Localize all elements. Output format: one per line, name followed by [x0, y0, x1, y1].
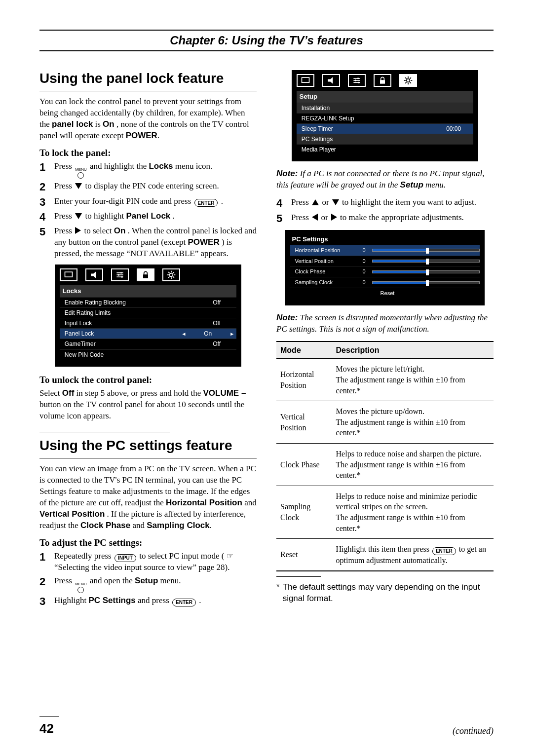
text: Press: [291, 197, 311, 207]
svg-point-9: [169, 273, 173, 277]
osd-row-value: 0: [359, 258, 369, 265]
step-body: Press or to make the appropriate adjustm…: [291, 212, 494, 224]
text: in step 5 above, or press and hold the: [76, 388, 203, 398]
bold: POWER: [188, 237, 220, 247]
svg-marker-19: [328, 77, 333, 83]
page-number-rule: [39, 716, 59, 717]
heading-rule: [39, 91, 257, 91]
pointing-hand-icon: ☞: [227, 552, 233, 560]
subheading-unlock: To unlock the control panel:: [39, 374, 257, 386]
osd-row-label: Installation: [302, 104, 434, 112]
step-number: 4: [276, 197, 287, 210]
text: menu.: [160, 576, 181, 585]
subheading-adjust: To adjust the PC settings:: [39, 536, 257, 549]
text: and: [132, 521, 147, 530]
osd-row-label: REGZA-LINK Setup: [302, 114, 434, 122]
text: Press: [54, 576, 74, 585]
osd-row-label: Media Player: [302, 146, 434, 153]
osd-row-label: Horizontal Position: [295, 247, 359, 254]
text: and highlight the: [90, 161, 149, 171]
step-body: Press or to highlight the item you want …: [291, 197, 494, 208]
text: Press: [54, 226, 74, 235]
svg-point-25: [358, 82, 359, 83]
table-row: ResetHighlight this item then press ENTE…: [276, 539, 494, 571]
step-body: Press to highlight Panel Lock .: [54, 211, 257, 222]
step-number: 1: [39, 161, 50, 174]
bold: VOLUME –: [203, 388, 246, 398]
step-body: Highlight PC Settings and press ENTER .: [54, 595, 257, 606]
note-disruption: Note: The screen is disrupted momentaril…: [276, 312, 494, 335]
table-row: Vertical PositionMoves the picture up/do…: [276, 401, 494, 444]
footnote-marker: *: [276, 582, 280, 605]
table-cell-desc: Helps to reduce noise and sharpen the pi…: [332, 443, 494, 486]
note-label: Note:: [276, 313, 298, 322]
text: to select: [84, 226, 114, 235]
step-1: 1 Repeatedly press INPUT to select PC in…: [39, 551, 257, 573]
locks-tab-icon: [374, 74, 391, 87]
slider-track: [372, 270, 480, 273]
osd-heading: Locks: [60, 285, 236, 297]
step-number: 4: [39, 211, 50, 224]
bold: Setup: [400, 180, 423, 189]
heading-pc-settings: Using the PC settings feature: [39, 436, 257, 455]
text: Highlight: [54, 596, 88, 605]
locks-tab-icon: [137, 268, 154, 281]
bold: Vertical Position: [39, 509, 105, 519]
enter-button-icon: ENTER: [194, 199, 218, 207]
note-pc-grayed: Note: If a PC is not connected or there …: [276, 168, 494, 191]
step-body: Repeatedly press INPUT to select PC inpu…: [54, 551, 257, 573]
picture-tab-icon: [60, 268, 77, 281]
slider-track: [372, 281, 480, 284]
osd-slider-row: Clock Phase0: [290, 266, 480, 277]
osd-row-value: 00:00: [434, 125, 473, 133]
step-body: Enter your four-digit PIN code and press…: [54, 196, 257, 207]
step-number: 2: [39, 181, 50, 193]
svg-rect-26: [380, 80, 385, 84]
footnote-rule: [276, 576, 321, 577]
menu-button-icon: MENU: [75, 582, 87, 593]
osd-slider-row: Horizontal Position0: [290, 245, 480, 256]
left-column: Using the panel lock feature You can loc…: [39, 65, 257, 610]
text: to select PC input mode (: [139, 551, 224, 561]
osd-row-value: On: [188, 330, 228, 338]
bold: Sampling Clock: [147, 521, 210, 530]
heading-rule: [39, 458, 257, 458]
bold: Off: [62, 388, 75, 398]
table-row: Clock PhaseHelps to reduce noise and sha…: [276, 443, 494, 486]
preferences-tab-icon: [348, 74, 366, 87]
svg-point-5: [120, 272, 122, 273]
text: and open the: [90, 576, 135, 585]
osd-row: New PIN Code: [60, 349, 236, 360]
mode-description-table: Mode Description Horizontal PositionMove…: [276, 341, 494, 572]
table-cell-mode: Reset: [276, 539, 332, 571]
step-number: 5: [39, 226, 50, 238]
slider-thumb: [426, 259, 429, 265]
setup-tab-icon: [399, 74, 417, 87]
osd-tab-row: [60, 268, 236, 281]
slider-thumb: [426, 248, 429, 254]
svg-line-35: [410, 77, 411, 79]
text: .: [173, 211, 175, 221]
chapter-title: Chapter 6: Using the TV’s features: [39, 34, 494, 47]
footnote: * The default settings may vary dependin…: [276, 582, 494, 605]
unlock-paragraph: Select Off in step 5 above, or press and…: [39, 388, 257, 422]
osd-pc-heading: PC Settings: [290, 234, 480, 245]
text: and: [244, 498, 257, 507]
step-number: 2: [39, 575, 50, 588]
chapter-title-rule: [39, 50, 494, 51]
bold: Horizontal Position: [166, 498, 242, 507]
arrow-down-icon: [332, 199, 339, 205]
arrow-right-icon: [331, 214, 337, 221]
osd-tab-row: [297, 74, 473, 87]
text: button on the TV control panel for about…: [39, 400, 244, 420]
table-row: Sampling ClockHelps to reduce noise and …: [276, 486, 494, 538]
osd-row-label: Clock Phase: [295, 268, 359, 275]
osd-slider-row: Vertical Position0: [290, 256, 480, 266]
continued-label: (continued): [453, 726, 494, 736]
osd-row: GameTimerOff: [60, 339, 236, 349]
text: Repeatedly press: [54, 551, 114, 561]
table-cell-desc: Highlight this item then press ENTER to …: [332, 539, 494, 571]
menu-label: MENU: [75, 168, 87, 172]
text: Enter your four-digit PIN code and press: [54, 196, 193, 206]
osd-row: Sleep Timer00:00: [297, 123, 473, 134]
